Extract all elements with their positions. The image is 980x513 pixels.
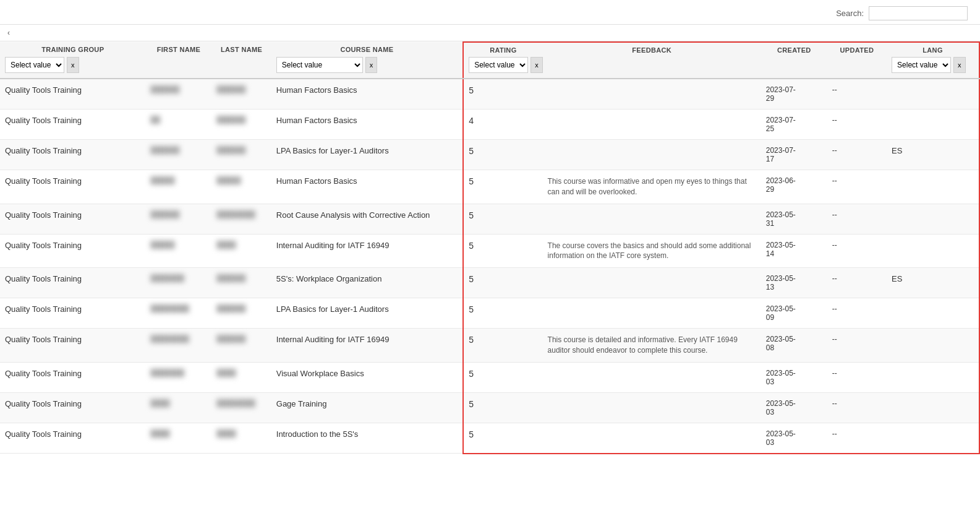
- feedback-cell: [543, 423, 761, 454]
- rating-clear-btn[interactable]: x: [530, 57, 543, 73]
- lang-clear-btn[interactable]: x: [953, 57, 966, 73]
- updated-cell: --: [827, 110, 887, 140]
- training-group-select[interactable]: Select value: [5, 57, 64, 73]
- lang-cell: [887, 392, 979, 423]
- rating-cell: 5: [463, 268, 542, 298]
- last-name-cell: ████████: [211, 392, 271, 423]
- last-name-cell: ████: [211, 234, 271, 268]
- filter-feedback: [543, 55, 761, 79]
- first-name-cell: ████████: [145, 298, 211, 329]
- feedback-cell: [543, 204, 761, 234]
- last-name-cell: ██████: [211, 79, 271, 110]
- training-group-clear-btn[interactable]: x: [67, 57, 79, 73]
- updated-cell: --: [827, 298, 887, 329]
- filter-training-group: Select value x: [0, 55, 145, 79]
- search-input[interactable]: [869, 6, 968, 20]
- created-cell: 2023-05-13: [761, 268, 827, 298]
- last-name-cell: ██████: [211, 110, 271, 140]
- updated-cell: --: [827, 79, 887, 110]
- first-name-cell: ████████: [145, 329, 211, 363]
- created-cell: 2023-05-03: [761, 392, 827, 423]
- table-body: Quality Tools Training ██████ ██████ Hum…: [0, 79, 979, 454]
- training-group-cell: Quality Tools Training: [0, 392, 145, 423]
- created-cell: 2023-05-03: [761, 362, 827, 392]
- feedback-cell: [543, 268, 761, 298]
- lang-cell: [887, 234, 979, 268]
- col-header-last-name: LAST NAME: [211, 42, 271, 55]
- col-header-feedback: FEEDBACK: [543, 42, 761, 55]
- course-name-cell: Human Factors Basics: [271, 79, 463, 110]
- filter-last-name: [211, 55, 271, 79]
- rating-select[interactable]: Select value: [469, 57, 528, 73]
- feedback-cell: [543, 392, 761, 423]
- lang-cell: [887, 423, 979, 454]
- filter-rating: Select value x: [463, 55, 542, 79]
- table-row: Quality Tools Training ██████ ██████ Hum…: [0, 79, 979, 110]
- created-cell: 2023-06-29: [761, 170, 827, 204]
- updated-cell: --: [827, 362, 887, 392]
- filter-row: Select value x Select value x: [0, 55, 979, 79]
- collapse-toggle[interactable]: ‹: [0, 25, 980, 41]
- feedback-cell: This course was informative and open my …: [543, 170, 761, 204]
- lang-cell: [887, 204, 979, 234]
- lang-cell: [887, 329, 979, 363]
- filter-updated: [827, 55, 887, 79]
- table-container: TRAINING GROUP FIRST NAME LAST NAME COUR…: [0, 41, 980, 454]
- first-name-cell: ████: [145, 423, 211, 454]
- training-group-cell: Quality Tools Training: [0, 79, 145, 110]
- last-name-cell: ██████: [211, 298, 271, 329]
- table-row: Quality Tools Training ██████ ████████ R…: [0, 204, 979, 234]
- top-bar: Search:: [0, 0, 980, 25]
- course-name-cell: Human Factors Basics: [271, 170, 463, 204]
- lang-cell: [887, 298, 979, 329]
- table-row: Quality Tools Training ███████ ████ Visu…: [0, 362, 979, 392]
- lang-cell: ES: [887, 140, 979, 170]
- course-name-cell: Gage Training: [271, 392, 463, 423]
- course-name-cell: Human Factors Basics: [271, 110, 463, 140]
- rating-cell: 5: [463, 392, 542, 423]
- filter-first-name: [145, 55, 211, 79]
- updated-cell: --: [827, 234, 887, 268]
- lang-cell: [887, 170, 979, 204]
- table-row: Quality Tools Training ████████ ██████ I…: [0, 329, 979, 363]
- rating-cell: 5: [463, 362, 542, 392]
- rating-cell: 5: [463, 234, 542, 268]
- col-header-course-name: COURSE NAME: [271, 42, 463, 55]
- updated-cell: --: [827, 423, 887, 454]
- course-name-cell: LPA Basics for Layer-1 Auditors: [271, 140, 463, 170]
- rating-cell: 4: [463, 110, 542, 140]
- collapse-icon: ‹: [7, 28, 10, 37]
- first-name-cell: █████: [145, 170, 211, 204]
- created-cell: 2023-05-03: [761, 423, 827, 454]
- col-header-lang: LANG: [887, 42, 979, 55]
- training-group-cell: Quality Tools Training: [0, 329, 145, 363]
- training-group-cell: Quality Tools Training: [0, 423, 145, 454]
- table-row: Quality Tools Training ███████ ██████ 5S…: [0, 268, 979, 298]
- updated-cell: --: [827, 392, 887, 423]
- created-cell: 2023-05-14: [761, 234, 827, 268]
- table-row: Quality Tools Training █████ █████ Human…: [0, 170, 979, 204]
- created-cell: 2023-07-29: [761, 79, 827, 110]
- main-table: TRAINING GROUP FIRST NAME LAST NAME COUR…: [0, 41, 980, 454]
- last-name-cell: ██████: [211, 268, 271, 298]
- created-cell: 2023-07-17: [761, 140, 827, 170]
- training-group-cell: Quality Tools Training: [0, 362, 145, 392]
- table-row: Quality Tools Training ██ ██████ Human F…: [0, 110, 979, 140]
- training-group-cell: Quality Tools Training: [0, 140, 145, 170]
- lang-cell: ES: [887, 268, 979, 298]
- rating-cell: 5: [463, 329, 542, 363]
- first-name-cell: ██: [145, 110, 211, 140]
- training-group-cell: Quality Tools Training: [0, 298, 145, 329]
- updated-cell: --: [827, 140, 887, 170]
- header-label-row: TRAINING GROUP FIRST NAME LAST NAME COUR…: [0, 42, 979, 55]
- lang-select[interactable]: Select value: [892, 57, 951, 73]
- last-name-cell: ██████: [211, 140, 271, 170]
- updated-cell: --: [827, 329, 887, 363]
- filter-created: [761, 55, 827, 79]
- updated-cell: --: [827, 268, 887, 298]
- course-name-clear-btn[interactable]: x: [365, 57, 378, 73]
- training-group-cell: Quality Tools Training: [0, 110, 145, 140]
- course-name-select[interactable]: Select value: [276, 57, 363, 73]
- training-group-cell: Quality Tools Training: [0, 170, 145, 204]
- created-cell: 2023-05-31: [761, 204, 827, 234]
